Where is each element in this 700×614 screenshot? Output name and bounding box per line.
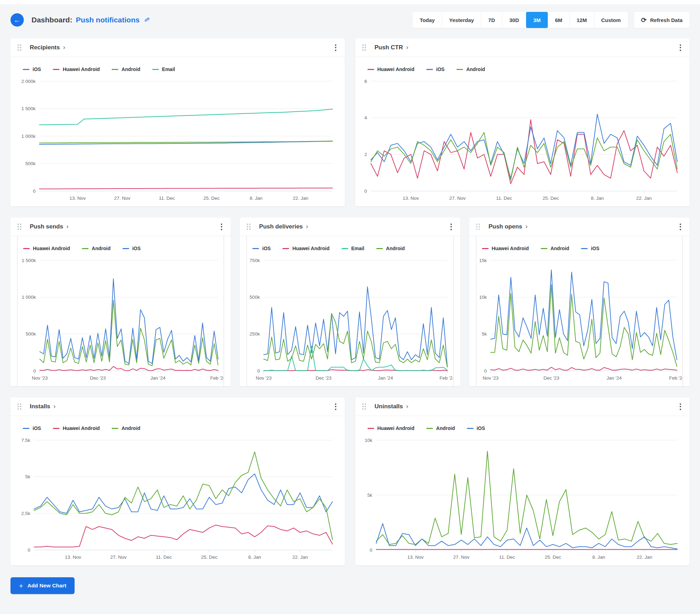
chart-title[interactable]: Push CTR [374,44,403,51]
legend-label: iOS [33,66,41,72]
svg-text:8. Jan: 8. Jan [248,555,261,560]
legend-item-ios[interactable]: iOS [426,66,444,72]
kebab-menu-icon[interactable] [449,221,453,232]
chart-card-recipients: Recipients › iOSHuawei AndroidAndroidEma… [10,38,345,206]
legend-item-ios[interactable]: iOS [23,425,41,431]
svg-text:13. Nov: 13. Nov [70,196,86,201]
legend-label: Android [92,246,111,251]
chart-title[interactable]: Push sends [30,223,63,230]
drag-handle-icon[interactable] [18,224,21,230]
svg-text:Nov '23: Nov '23 [256,375,272,381]
legend-item-email[interactable]: Email [152,66,175,72]
chart-title[interactable]: Installs [30,403,50,410]
legend-item-android[interactable]: Android [112,425,140,431]
legend-item-ios[interactable]: iOS [23,66,41,72]
legend-swatch [23,428,29,429]
range-button-yesterday[interactable]: Yesterday [442,12,481,28]
svg-text:Feb '24: Feb '24 [669,375,682,381]
kebab-menu-icon[interactable] [678,401,682,412]
card-header: Push opens › [469,218,690,236]
legend-label: Huawei Android [292,246,329,251]
range-button-6m[interactable]: 6M [548,12,569,28]
svg-text:11. Dec: 11. Dec [156,555,172,560]
chart-title[interactable]: Recipients [30,44,60,51]
chart-plot: 0500k1 000k1 500k2 000k13. Nov27. Nov11.… [17,76,338,204]
svg-text:Jan '24: Jan '24 [378,375,393,381]
dashboard-label: Dashboard: [31,16,72,24]
legend-item-android[interactable]: Android [82,246,111,251]
legend-item-ios[interactable]: iOS [122,246,141,251]
legend-item-huawei-android[interactable]: Huawei Android [368,425,414,431]
refresh-data-button[interactable]: ⟳ Refresh Data [634,12,690,28]
svg-text:Nov '23: Nov '23 [32,375,48,381]
legend-swatch [541,248,547,249]
kebab-menu-icon[interactable] [678,42,682,53]
legend-swatch [426,69,433,70]
chart-title[interactable]: Uninstalls [374,403,403,410]
legend-swatch [426,428,433,429]
chart-legend: iOSHuawei AndroidAndroid [17,416,338,435]
legend-swatch [456,69,463,70]
legend-item-email[interactable]: Email [342,246,364,251]
legend-item-android[interactable]: Android [376,246,405,251]
svg-text:1 000k: 1 000k [22,295,36,300]
drag-handle-icon[interactable] [247,224,251,230]
card-header: Push sends › [10,218,231,236]
legend-label: Huawei Android [377,66,414,72]
drag-handle-icon[interactable] [18,403,21,410]
add-new-chart-button[interactable]: + Add New Chart [10,577,75,594]
svg-text:7.5k: 7.5k [21,438,30,443]
chart-title[interactable]: Push deliveries [259,223,303,230]
kebab-menu-icon[interactable] [334,42,338,53]
svg-text:27. Nov: 27. Nov [449,196,466,201]
kebab-menu-icon[interactable] [678,221,682,232]
back-button[interactable]: ← [10,13,24,27]
legend-label: Huawei Android [63,425,100,431]
legend-item-huawei-android[interactable]: Huawei Android [53,425,100,431]
legend-swatch [376,248,383,249]
legend-swatch [581,248,588,249]
legend-swatch [112,69,118,70]
svg-text:5k: 5k [482,331,487,337]
svg-text:5k: 5k [25,474,30,479]
drag-handle-icon[interactable] [362,44,366,51]
chart-svg: 02.5k5k7.5k13. Nov27. Nov11. Dec25. Dec8… [17,435,338,563]
legend-item-android[interactable]: Android [541,246,569,251]
legend-item-huawei-android[interactable]: Huawei Android [368,66,414,72]
legend-item-ios[interactable]: iOS [581,246,599,251]
card-header: Push CTR › [355,38,690,57]
chevron-right-icon: › [406,403,408,410]
drag-handle-icon[interactable] [362,403,366,410]
legend-item-huawei-android[interactable]: Huawei Android [53,66,100,72]
kebab-menu-icon[interactable] [334,401,338,412]
chart-title[interactable]: Push opens [489,223,522,230]
legend-item-huawei-android[interactable]: Huawei Android [482,246,529,251]
legend-item-android[interactable]: Android [112,66,140,72]
legend-item-huawei-android[interactable]: Huawei Android [282,246,329,251]
range-button-3m[interactable]: 3M [526,12,548,28]
range-button-7d[interactable]: 7D [481,12,502,28]
legend-item-android[interactable]: Android [456,66,485,72]
legend-item-ios[interactable]: iOS [252,246,271,251]
edit-pencil-icon[interactable]: ✎ [143,15,150,25]
legend-swatch [282,248,289,249]
legend-item-ios[interactable]: iOS [467,425,485,431]
chart-plot: 024613. Nov27. Nov11. Dec25. Dec8. Jan22… [362,76,683,204]
range-button-12m[interactable]: 12M [569,12,594,28]
drag-handle-icon[interactable] [18,44,21,51]
legend-item-huawei-android[interactable]: Huawei Android [23,246,70,251]
legend-swatch [112,428,118,429]
legend-item-android[interactable]: Android [426,425,455,431]
chart-legend: Huawei AndroidiOSAndroid [362,57,683,76]
range-button-30d[interactable]: 30D [502,12,526,28]
drag-handle-icon[interactable] [476,224,480,230]
svg-text:Dec '23: Dec '23 [90,375,106,381]
kebab-menu-icon[interactable] [219,221,224,232]
legend-swatch [23,248,30,249]
add-new-chart-label: Add New Chart [27,583,66,589]
dashboard-name[interactable]: Push notifications [76,16,140,24]
range-button-today[interactable]: Today [413,12,442,28]
card-header: Recipients › [10,38,345,57]
range-button-custom[interactable]: Custom [594,12,628,28]
date-range-group: Today Yesterday 7D 30D 3M 6M 12M Custom [413,12,628,28]
